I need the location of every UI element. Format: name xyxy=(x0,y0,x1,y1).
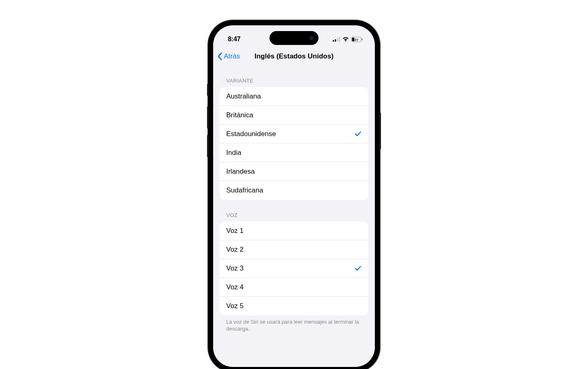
list-item-label: Británica xyxy=(226,111,253,119)
voice-row-1[interactable]: Voz 1 xyxy=(220,221,368,240)
checkmark-icon xyxy=(354,265,362,272)
voice-row-4[interactable]: Voz 4 xyxy=(220,278,368,297)
list-item-label: Voz 1 xyxy=(226,227,244,235)
variant-row-british[interactable]: Británica xyxy=(220,106,368,125)
variant-row-southafrican[interactable]: Sudafricana xyxy=(220,181,368,200)
list-item-label: Sudafricana xyxy=(226,186,263,195)
svg-rect-5 xyxy=(352,38,354,41)
status-icons: 27 xyxy=(333,37,363,42)
voice-list: Voz 1 Voz 2 Voz 3 Voz 4 Voz 5 xyxy=(220,221,368,315)
voice-section-footer: La voz de Siri se usará para leer mensaj… xyxy=(220,315,368,336)
svg-rect-3 xyxy=(339,37,340,42)
list-item-label: Voz 2 xyxy=(226,246,244,254)
variant-row-australian[interactable]: Australiana xyxy=(220,87,368,106)
variant-list: Australiana Británica Estadounidense Ind… xyxy=(220,87,368,200)
variant-section-header: VARIANTE xyxy=(220,65,368,87)
status-time: 8:47 xyxy=(228,36,241,43)
variant-row-india[interactable]: India xyxy=(220,143,368,162)
variant-row-american[interactable]: Estadounidense xyxy=(220,125,368,143)
nav-bar: Atrás Inglés (Estados Unidos) xyxy=(213,47,375,65)
voice-section-header: VOZ xyxy=(220,200,368,221)
content: VARIANTE Australiana Británica Estadouni… xyxy=(213,65,375,336)
voice-row-5[interactable]: Voz 5 xyxy=(220,297,368,315)
svg-rect-2 xyxy=(337,38,338,42)
silence-switch xyxy=(207,84,209,96)
chevron-left-icon xyxy=(217,52,222,60)
list-item-label: Voz 4 xyxy=(226,283,244,291)
front-camera xyxy=(310,36,314,40)
battery-icon: 27 xyxy=(351,37,363,42)
cellular-icon xyxy=(333,37,340,42)
list-item-label: Australiana xyxy=(226,92,261,101)
dynamic-island xyxy=(270,31,318,45)
volume-down-button xyxy=(207,135,209,157)
power-button xyxy=(379,112,381,149)
list-item-label: Estadounidense xyxy=(226,130,276,138)
svg-rect-0 xyxy=(333,40,334,42)
nav-title: Inglés (Estados Unidos) xyxy=(254,52,334,60)
checkmark-icon xyxy=(354,130,362,138)
voice-row-3[interactable]: Voz 3 xyxy=(220,259,368,278)
list-item-label: India xyxy=(226,149,241,157)
back-label: Atrás xyxy=(224,52,240,60)
volume-up-button xyxy=(207,106,209,129)
wifi-icon xyxy=(342,37,349,42)
list-item-label: Irlandesa xyxy=(226,168,255,176)
phone-frame: 8:47 27 Atrás Inglés (Estados Unidos) VA… xyxy=(208,20,380,369)
svg-rect-1 xyxy=(335,39,336,42)
svg-text:27: 27 xyxy=(355,38,359,41)
variant-row-irish[interactable]: Irlandesa xyxy=(220,162,368,181)
voice-row-2[interactable]: Voz 2 xyxy=(220,240,368,259)
list-item-label: Voz 3 xyxy=(226,264,244,273)
svg-rect-6 xyxy=(362,38,363,40)
list-item-label: Voz 5 xyxy=(226,302,244,310)
back-button[interactable]: Atrás xyxy=(217,52,240,60)
screen: 8:47 27 Atrás Inglés (Estados Unidos) VA… xyxy=(213,25,375,367)
